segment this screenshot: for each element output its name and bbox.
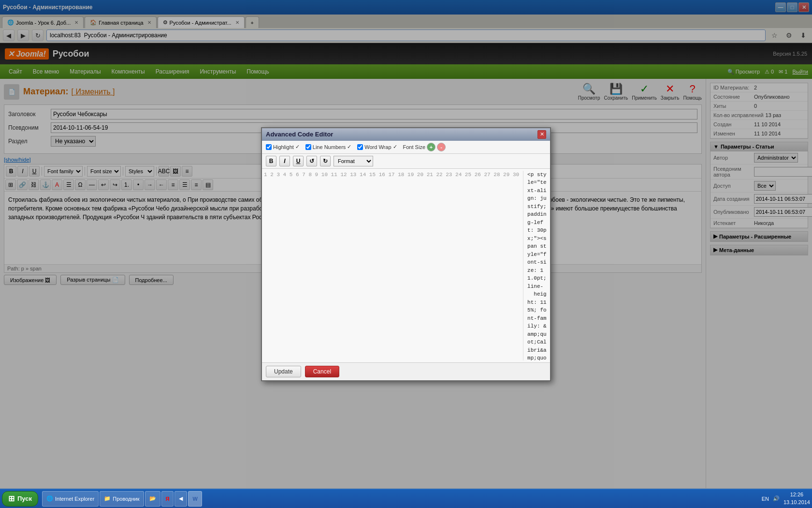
taskbar-tray: EN 🔊 12:26 13.10.2014 [762, 491, 810, 506]
modal-code-area: 1 2 3 4 5 6 7 8 9 10 11 12 13 14 15 16 1… [262, 169, 550, 362]
tray-lang: EN [762, 496, 769, 502]
highlight-check-icon: ✓ [295, 144, 300, 150]
taskbar-folder-icon: 📂 [149, 495, 156, 502]
modal-title-bar: Advanced Code Editor ✕ [262, 128, 550, 141]
modal-overlay: Advanced Code Editor ✕ Highlight ✓ Line … [0, 0, 812, 508]
font-size-minus-btn[interactable]: - [437, 143, 446, 151]
modal-cancel-btn[interactable]: Cancel [305, 366, 339, 377]
modal-undo-btn[interactable]: ↺ [306, 156, 317, 166]
taskbar-explorer-icon: 📁 [104, 495, 111, 502]
taskbar-word-icon: W [192, 496, 197, 502]
modal-toolbar: Highlight ✓ Line Numbers ✓ Word Wrap ✓ F… [262, 141, 550, 154]
highlight-label: Highlight [273, 144, 294, 150]
windows-logo-icon: ⊞ [8, 494, 14, 503]
modal-format-select[interactable]: Format Paragraph Heading 1 [334, 156, 373, 166]
modal-close-btn[interactable]: ✕ [537, 130, 546, 139]
start-label: Пуск [17, 495, 32, 502]
taskbar-item-word[interactable]: W [188, 491, 202, 507]
line-numbers-check-icon: ✓ [347, 144, 351, 150]
taskbar-media-icon: ◀ [179, 495, 183, 502]
taskbar-item-media[interactable]: ◀ [174, 491, 187, 507]
highlight-checkbox[interactable] [266, 144, 272, 150]
modal-italic-btn[interactable]: I [279, 156, 290, 166]
font-size-label: Font Size [403, 144, 425, 150]
taskbar-ie-icon: 🌐 [46, 495, 53, 502]
taskbar-item-folder[interactable]: 📂 [145, 491, 160, 507]
modal-update-btn[interactable]: Update [266, 366, 301, 377]
taskbar-item-explorer[interactable]: 📁 Проводник [100, 491, 144, 507]
line-numbers-option[interactable]: Line Numbers ✓ [305, 144, 351, 150]
word-wrap-label: Word Wrap [364, 144, 391, 150]
taskbar-explorer-label: Проводник [113, 496, 139, 502]
taskbar-item-yandex[interactable]: Я [161, 491, 174, 507]
line-numbers-label: Line Numbers [313, 144, 346, 150]
tray-clock: 12:26 13.10.2014 [783, 491, 810, 506]
modal-redo-btn[interactable]: ↻ [320, 156, 331, 166]
code-content[interactable]: <p style="text-align: justify; padding-l… [527, 171, 548, 360]
font-size-plus-btn[interactable]: + [427, 143, 435, 151]
word-wrap-check-icon: ✓ [393, 144, 397, 150]
taskbar-item-ie[interactable]: 🌐 Internet Explorer [42, 491, 99, 507]
modal-title: Advanced Code Editor [266, 131, 333, 138]
word-wrap-checkbox[interactable] [357, 144, 363, 150]
modal-footer: Update Cancel [262, 362, 550, 380]
modal-bold-btn[interactable]: B [266, 156, 276, 166]
start-button[interactable]: ⊞ Пуск [2, 491, 38, 507]
taskbar-yandex-icon: Я [166, 496, 170, 502]
modal-underline-btn[interactable]: U [293, 156, 304, 166]
line-numbers-checkbox[interactable] [305, 144, 311, 150]
taskbar: ⊞ Пуск 🌐 Internet Explorer 📁 Проводник 📂… [0, 489, 812, 508]
line-numbers: 1 2 3 4 5 6 7 8 9 10 11 12 13 14 15 16 1… [264, 171, 523, 360]
font-size-option: Font Size + - [403, 143, 446, 151]
advanced-code-editor-modal: Advanced Code Editor ✕ Highlight ✓ Line … [261, 127, 551, 381]
taskbar-ie-label: Internet Explorer [55, 496, 94, 502]
taskbar-items: 🌐 Internet Explorer 📁 Проводник 📂 Я ◀ W [42, 491, 762, 507]
tray-volume-icon: 🔊 [773, 495, 780, 502]
tray-date: 13.10.2014 [783, 499, 810, 506]
highlight-option[interactable]: Highlight ✓ [266, 144, 300, 150]
tray-time: 12:26 [790, 491, 804, 498]
modal-format-row: B I U ↺ ↻ Format Paragraph Heading 1 [262, 154, 550, 169]
word-wrap-option[interactable]: Word Wrap ✓ [357, 144, 397, 150]
